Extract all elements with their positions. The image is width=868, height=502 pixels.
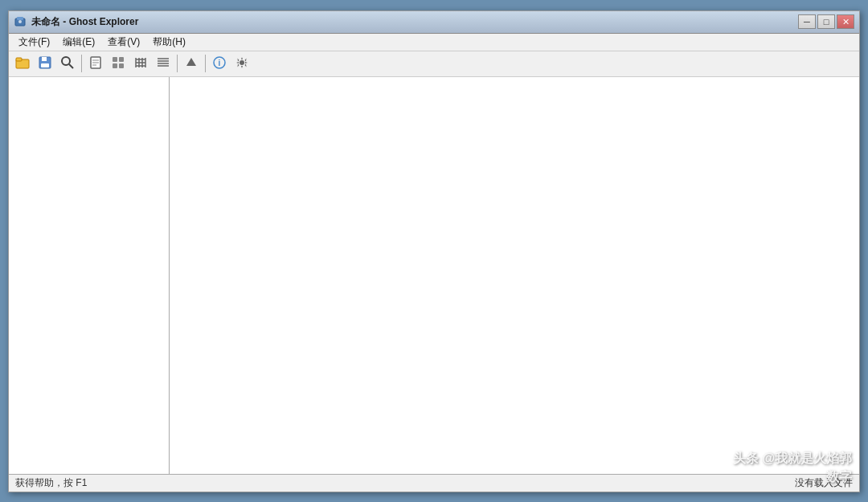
right-panel <box>170 77 859 474</box>
svg-rect-17 <box>119 63 124 68</box>
up-icon <box>184 55 199 72</box>
title-buttons: ─ □ ✕ <box>798 14 854 29</box>
menu-file[interactable]: 文件(F) <box>12 34 56 51</box>
minimize-button[interactable]: ─ <box>798 14 816 29</box>
list-icon <box>133 55 148 72</box>
info-icon: i <box>212 55 227 72</box>
menu-edit[interactable]: 编辑(E) <box>56 34 101 51</box>
toolbar-up-btn[interactable] <box>181 53 202 74</box>
title-bar: 未命名 - Ghost Explorer ─ □ ✕ <box>9 11 859 34</box>
svg-line-9 <box>69 64 73 68</box>
properties-icon <box>88 55 103 72</box>
search-icon <box>60 55 75 72</box>
grid-icon <box>111 55 125 72</box>
menu-view[interactable]: 查看(V) <box>101 34 146 51</box>
main-area <box>9 77 859 474</box>
svg-rect-1 <box>17 17 23 20</box>
svg-text:i: i <box>219 59 221 67</box>
toolbar-settings-btn[interactable] <box>231 53 252 74</box>
main-window: 未命名 - Ghost Explorer ─ □ ✕ 文件(F) 编辑(E) 查… <box>8 10 860 492</box>
open-folder-icon <box>15 55 30 72</box>
details-icon <box>156 55 170 72</box>
toolbar-properties-btn[interactable] <box>85 53 106 74</box>
status-file: 没有载入文件 <box>795 476 853 490</box>
svg-rect-6 <box>42 57 47 61</box>
svg-marker-29 <box>186 58 196 66</box>
save-icon <box>38 55 52 72</box>
toolbar-separator-2 <box>177 55 178 72</box>
close-button[interactable]: ✕ <box>837 14 854 29</box>
app-icon <box>14 15 27 28</box>
toolbar-details-btn[interactable] <box>153 53 174 74</box>
left-panel <box>9 77 170 474</box>
window-title: 未命名 - Ghost Explorer <box>31 15 138 29</box>
toolbar-separator-3 <box>205 55 206 72</box>
svg-rect-16 <box>113 63 117 68</box>
svg-point-8 <box>62 57 70 65</box>
restore-button[interactable]: □ <box>817 14 835 29</box>
toolbar-info-btn[interactable]: i <box>209 53 230 74</box>
svg-point-2 <box>18 20 22 23</box>
menu-help[interactable]: 帮助(H) <box>146 34 192 51</box>
status-help: 获得帮助，按 F1 <box>15 476 87 490</box>
svg-rect-15 <box>119 57 124 62</box>
toolbar-open-btn[interactable] <box>12 53 33 74</box>
svg-point-32 <box>240 60 244 65</box>
toolbar-list-btn[interactable] <box>130 53 151 74</box>
menu-bar: 文件(F) 编辑(E) 查看(V) 帮助(H) <box>9 34 859 51</box>
toolbar-grid-btn[interactable] <box>108 53 129 74</box>
status-bar: 获得帮助，按 F1 没有载入文件 <box>9 474 859 492</box>
svg-rect-7 <box>41 63 49 67</box>
settings-icon <box>235 55 249 72</box>
toolbar: i <box>9 51 859 77</box>
toolbar-separator-1 <box>81 55 82 72</box>
toolbar-save-btn[interactable] <box>35 53 55 74</box>
title-bar-left: 未命名 - Ghost Explorer <box>14 15 138 29</box>
svg-rect-4 <box>16 58 22 61</box>
svg-rect-14 <box>113 57 117 62</box>
toolbar-search-btn[interactable] <box>57 53 78 74</box>
